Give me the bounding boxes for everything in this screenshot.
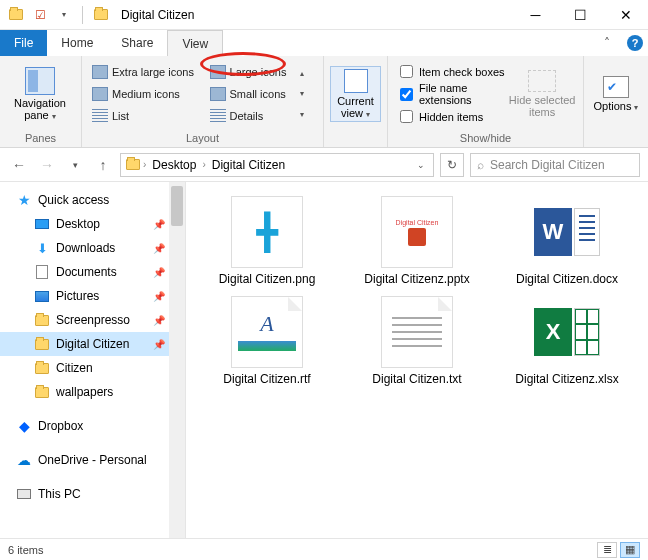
folder-icon: [6, 5, 26, 25]
cloud-icon: ☁: [16, 452, 32, 468]
xlsx-thumbnail: X: [531, 296, 603, 368]
sidebar-scrollbar[interactable]: [169, 182, 185, 538]
search-placeholder: Search Digital Citizen: [490, 158, 605, 172]
sidebar-quick-access[interactable]: ★Quick access: [0, 188, 185, 212]
desktop-icon: [34, 216, 50, 232]
close-button[interactable]: ✕: [603, 0, 648, 30]
folder-icon: [34, 312, 50, 328]
minimize-button[interactable]: ─: [513, 0, 558, 30]
ribbon-tabs: File Home Share View ˄ ?: [0, 30, 648, 56]
folder-title-icon: [91, 5, 111, 25]
rtf-thumbnail: A: [231, 296, 303, 368]
download-icon: ⬇: [34, 240, 50, 256]
ribbon: Navigation pane ▾ Panes Extra large icon…: [0, 56, 648, 148]
titlebar: ☑ ▾ Digital Citizen ─ ☐ ✕: [0, 0, 648, 30]
item-count: 6 items: [8, 544, 43, 556]
pin-icon: 📌: [153, 243, 165, 254]
sidebar-onedrive[interactable]: ☁OneDrive - Personal: [0, 448, 185, 472]
file-item[interactable]: A Digital Citizen.rtf: [194, 296, 340, 386]
address-bar[interactable]: › Desktop › Digital Citizen ⌄: [120, 153, 434, 177]
layout-details[interactable]: Details: [206, 106, 292, 126]
layout-medium-icons[interactable]: Medium icons: [88, 84, 200, 104]
pc-icon: [16, 486, 32, 502]
png-thumbnail: ╋: [231, 196, 303, 268]
sidebar-wallpapers[interactable]: wallpapers: [0, 380, 185, 404]
breadcrumb-desktop[interactable]: Desktop: [148, 158, 200, 172]
large-icons-view-button[interactable]: ▦: [620, 542, 640, 558]
collapse-ribbon-icon[interactable]: ˄: [592, 30, 622, 56]
file-name: Digital Citizenz.xlsx: [515, 372, 618, 386]
sidebar-screenpresso[interactable]: Screenpresso📌: [0, 308, 185, 332]
group-showhide-label: Show/hide: [388, 132, 583, 147]
pin-icon: 📌: [153, 291, 165, 302]
layout-large-icons[interactable]: Large icons: [206, 62, 292, 82]
recent-locations-icon[interactable]: ▾: [64, 154, 86, 176]
file-item[interactable]: W Digital Citizen.docx: [494, 196, 640, 286]
sidebar-this-pc[interactable]: This PC: [0, 482, 185, 506]
status-bar: 6 items ≣ ▦: [0, 538, 648, 560]
docx-thumbnail: W: [531, 196, 603, 268]
layout-small-icons[interactable]: Small icons: [206, 84, 292, 104]
star-icon: ★: [16, 192, 32, 208]
address-bar-row: ← → ▾ ↑ › Desktop › Digital Citizen ⌄ ↻ …: [0, 148, 648, 182]
document-icon: [34, 264, 50, 280]
details-view-button[interactable]: ≣: [597, 542, 617, 558]
current-view-button[interactable]: Current view ▾: [330, 66, 381, 123]
pptx-thumbnail: Digital Citizen: [381, 196, 453, 268]
address-dropdown-icon[interactable]: ⌄: [413, 160, 429, 170]
sidebar-dropbox[interactable]: ◆Dropbox: [0, 414, 185, 438]
file-item[interactable]: ╋ Digital Citizen.png: [194, 196, 340, 286]
file-name: Digital Citizenz.pptx: [364, 272, 469, 286]
tab-file[interactable]: File: [0, 30, 47, 56]
search-icon: ⌕: [477, 158, 484, 172]
file-item[interactable]: Digital Citizen.txt: [344, 296, 490, 386]
file-name: Digital Citizen.txt: [372, 372, 461, 386]
layout-list[interactable]: List: [88, 106, 200, 126]
dropbox-icon: ◆: [16, 418, 32, 434]
checkbox-icon[interactable]: ☑: [30, 5, 50, 25]
file-item[interactable]: X Digital Citizenz.xlsx: [494, 296, 640, 386]
pin-icon: 📌: [153, 315, 165, 326]
options-button[interactable]: ✔ Options ▾: [590, 76, 642, 112]
sidebar-desktop[interactable]: Desktop📌: [0, 212, 185, 236]
sidebar-digital-citizen[interactable]: Digital Citizen📌: [0, 332, 185, 356]
tab-home[interactable]: Home: [47, 30, 107, 56]
breadcrumb-digital-citizen[interactable]: Digital Citizen: [208, 158, 289, 172]
pin-icon: 📌: [153, 219, 165, 230]
file-name: Digital Citizen.docx: [516, 272, 618, 286]
hide-selected-items-button: Hide selected items: [507, 70, 577, 118]
search-input[interactable]: ⌕ Search Digital Citizen: [470, 153, 640, 177]
file-list[interactable]: ╋ Digital Citizen.png Digital Citizen Di…: [186, 182, 648, 538]
refresh-button[interactable]: ↻: [440, 153, 464, 177]
pin-icon: 📌: [153, 339, 165, 350]
check-hidden-items[interactable]: Hidden items: [400, 110, 507, 123]
navigation-pane-label: Navigation pane: [14, 97, 66, 121]
folder-icon: [125, 157, 141, 173]
sidebar-downloads[interactable]: ⬇Downloads📌: [0, 236, 185, 260]
forward-button[interactable]: →: [36, 154, 58, 176]
check-item-check-boxes[interactable]: Item check boxes: [400, 65, 507, 78]
maximize-button[interactable]: ☐: [558, 0, 603, 30]
tab-view[interactable]: View: [167, 30, 223, 56]
navigation-pane-button[interactable]: Navigation pane ▾: [6, 67, 74, 122]
check-file-name-extensions[interactable]: File name extensions: [400, 82, 507, 106]
file-name: Digital Citizen.rtf: [223, 372, 310, 386]
file-item[interactable]: Digital Citizen Digital Citizenz.pptx: [344, 196, 490, 286]
group-layout-label: Layout: [82, 132, 323, 147]
window-title: Digital Citizen: [117, 8, 513, 22]
sidebar-documents[interactable]: Documents📌: [0, 260, 185, 284]
qat-dropdown-icon[interactable]: ▾: [54, 5, 74, 25]
layout-extra-large-icons[interactable]: Extra large icons: [88, 62, 200, 82]
pin-icon: 📌: [153, 267, 165, 278]
layout-scroll[interactable]: ▴▾▾: [294, 63, 310, 125]
pictures-icon: [34, 288, 50, 304]
file-name: Digital Citizen.png: [219, 272, 316, 286]
help-button[interactable]: ?: [622, 30, 648, 56]
back-button[interactable]: ←: [8, 154, 30, 176]
folder-icon: [34, 384, 50, 400]
up-button[interactable]: ↑: [92, 154, 114, 176]
tab-share[interactable]: Share: [107, 30, 167, 56]
sidebar-pictures[interactable]: Pictures📌: [0, 284, 185, 308]
group-panes-label: Panes: [0, 132, 81, 147]
sidebar-citizen[interactable]: Citizen: [0, 356, 185, 380]
